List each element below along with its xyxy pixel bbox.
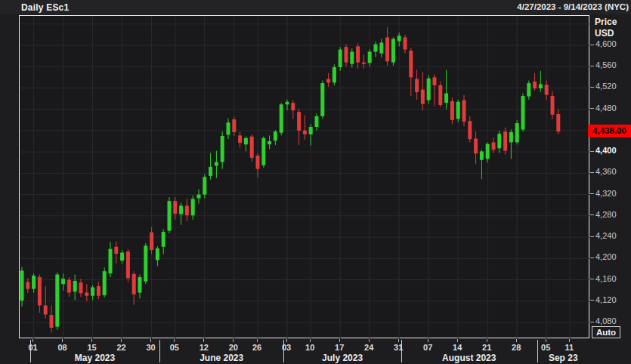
candle-body — [221, 136, 224, 162]
candle-body — [261, 138, 265, 165]
candle-body — [91, 287, 94, 295]
candle-body — [85, 293, 88, 296]
candle-body — [545, 85, 549, 94]
price-tick — [590, 45, 594, 45]
date-tick — [310, 339, 311, 342]
month-separator — [30, 340, 31, 362]
candle-body — [356, 46, 360, 62]
date-tick — [487, 339, 487, 342]
candle-body — [109, 249, 113, 274]
price-axis[interactable]: Price USD 4,6004,5604,5204,4804,4004,360… — [590, 15, 631, 338]
date-tick-label: 10 — [297, 343, 323, 352]
candle-body — [391, 39, 395, 63]
candle-body — [350, 52, 354, 64]
month-separator — [401, 340, 402, 362]
date-tick-label: 14 — [444, 343, 470, 352]
candle-body — [433, 77, 437, 85]
candle-body — [362, 63, 366, 64]
price-tick — [590, 172, 594, 173]
price-tick-label: 4,080 — [595, 316, 617, 325]
candlestick-canvas[interactable] — [20, 16, 590, 339]
price-tick-label: 4,120 — [595, 295, 617, 304]
date-tick — [398, 339, 399, 342]
candle-body — [309, 127, 313, 134]
time-axis[interactable]: 0108152230051220260310172431071421280511… — [0, 338, 631, 364]
candle-body — [20, 271, 24, 301]
candle-body — [256, 156, 260, 169]
candle-body — [315, 116, 319, 127]
candle-body — [179, 205, 183, 214]
candle-body — [527, 83, 530, 97]
candle-body — [238, 135, 242, 143]
price-axis-currency: USD — [595, 28, 614, 39]
price-tick — [590, 258, 594, 258]
date-tick — [62, 339, 63, 342]
date-tick-label: 15 — [79, 343, 105, 352]
month-label: July 2023 — [301, 353, 384, 363]
price-tick — [590, 300, 594, 301]
candle-body — [191, 199, 195, 215]
date-tick — [257, 339, 258, 342]
date-tick — [91, 339, 92, 342]
candle-body — [126, 251, 130, 278]
date-tick — [339, 339, 340, 342]
candle-body — [480, 151, 484, 159]
price-tick — [590, 151, 594, 152]
candle-body — [232, 119, 236, 132]
candle-body — [156, 248, 159, 261]
candle-body — [368, 52, 372, 63]
candle-body — [385, 37, 389, 61]
candle-body — [462, 100, 466, 122]
candle-body — [197, 195, 201, 199]
candle-body — [227, 122, 230, 134]
candle-body — [333, 67, 336, 83]
candle-body — [250, 137, 254, 158]
month-separator — [159, 340, 160, 362]
price-tick-label: 4,520 — [595, 82, 617, 91]
price-tick-label: 4,400 — [595, 146, 617, 155]
auto-scale-button[interactable]: Auto — [592, 326, 620, 338]
price-tick — [590, 66, 594, 66]
candle-body — [503, 131, 507, 150]
date-tick-label: 21 — [474, 343, 500, 352]
price-tick-label: 4,560 — [595, 60, 617, 69]
candle-body — [326, 79, 330, 83]
candle-body — [444, 94, 448, 103]
candle-body — [486, 144, 490, 159]
candle-body — [26, 282, 29, 288]
date-range-label: 4/27/2023 - 9/14/2023 (NYC) — [517, 2, 629, 11]
candle-body — [103, 271, 107, 295]
chart-window: Daily ESc1 4/27/2023 - 9/14/2023 (NYC) P… — [0, 0, 631, 364]
date-tick — [174, 339, 175, 342]
candle-body — [55, 275, 59, 327]
candle-body — [114, 247, 118, 254]
price-tick-label: 4,160 — [595, 274, 617, 283]
date-tick-label: 05 — [162, 343, 187, 352]
candle-body — [32, 276, 36, 289]
price-tick — [590, 236, 594, 237]
date-tick-label: 24 — [356, 343, 382, 352]
candle-body — [297, 112, 301, 131]
price-tick-label: 4,280 — [595, 210, 617, 219]
candle-body — [397, 35, 401, 41]
candle-body — [533, 82, 537, 88]
date-tick-label: 22 — [109, 343, 135, 352]
candle-body — [67, 280, 71, 293]
title-bar: Daily ESc1 4/27/2023 - 9/14/2023 (NYC) — [0, 0, 631, 14]
candle-body — [244, 138, 248, 145]
date-tick — [203, 339, 204, 342]
candle-body — [421, 90, 425, 104]
month-label: August 2023 — [428, 353, 511, 363]
date-tick — [457, 339, 458, 342]
candle-body — [509, 132, 513, 142]
candle-body — [61, 279, 65, 284]
candle-body — [415, 79, 419, 93]
date-tick-label: 03 — [274, 343, 299, 352]
candle-body — [173, 201, 177, 214]
plot-area[interactable] — [19, 15, 589, 338]
price-tick — [590, 87, 594, 88]
date-tick — [516, 339, 517, 342]
candle-body — [132, 274, 136, 295]
price-tick-label: 4,200 — [595, 252, 617, 261]
date-tick-label: 28 — [503, 343, 529, 352]
